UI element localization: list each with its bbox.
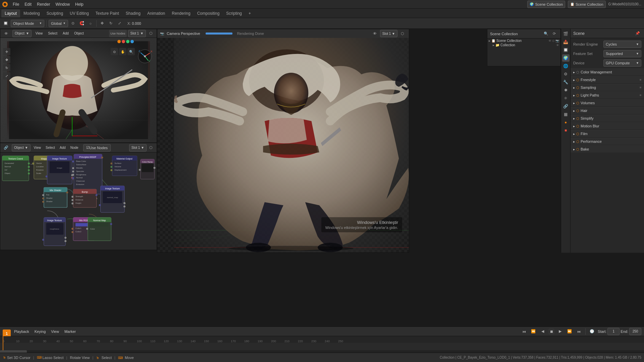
vp-object[interactable]: Object [73, 29, 85, 38]
vp-add[interactable]: Add [61, 29, 70, 38]
viewport-3d[interactable]: 👁 Object▼ View Select Add Object Use Nod… [0, 29, 157, 143]
object-mode-dropdown[interactable]: Object Mode ▼ [11, 20, 44, 27]
ne-use-nodes-btn[interactable]: ☑ Use Nodes [83, 144, 111, 152]
panel-pin-icon[interactable]: 📌 [634, 30, 641, 37]
render-engine-dropdown[interactable]: Cycles ▼ [603, 41, 641, 48]
node-editor[interactable]: 🔗 Object ▼ View Select Add Node ☑ Use No… [0, 143, 157, 250]
simplify-header[interactable]: ▸ ⬡ Simplify [571, 115, 644, 122]
move-tool[interactable]: ✥ [3, 56, 10, 63]
tab-uv-editing[interactable]: UV Editing [66, 9, 92, 17]
slot-dropdown[interactable]: Slot 1▼ [128, 30, 146, 37]
menu-help[interactable]: Help [72, 0, 86, 8]
render-slot-dropdown[interactable]: Slot 1 ▼ [380, 30, 397, 37]
next-frame-icon[interactable]: ⏩ [566, 328, 573, 335]
viewport-3d-content[interactable]: X Y Z ✛ ✥ ↻ ⤢ ⊙ ✋ 🔍 [0, 38, 157, 142]
stop-icon[interactable]: ⏹ [548, 328, 554, 335]
device-dropdown[interactable]: GPU Compute ▼ [603, 59, 641, 67]
grab-icon[interactable]: ✥ [99, 20, 106, 27]
film-header[interactable]: ▸ ⬡ Film [571, 130, 644, 137]
pan-icon[interactable]: ✋ [119, 48, 126, 55]
play-start-icon[interactable]: ⏮ [520, 328, 528, 335]
scene-props-icon[interactable]: 🌍 [562, 54, 570, 62]
transform-pivot-icon[interactable]: ⊙ [69, 20, 77, 27]
ne-add[interactable]: Add [58, 143, 67, 152]
scene-selector[interactable]: 🌍 Scene Collection [527, 1, 565, 8]
material-props-icon[interactable]: ● [562, 119, 570, 126]
vp-object-mode[interactable]: Object▼ [12, 30, 32, 37]
tab-scripting[interactable]: Scripting [223, 9, 245, 17]
tab-texture-paint[interactable]: Texture Paint [92, 9, 122, 17]
timeline-playback[interactable]: Playback [13, 327, 31, 336]
tab-modeling[interactable]: Modeling [20, 9, 43, 17]
render-props-icon[interactable]: 🎬 [562, 30, 570, 38]
cursor-tool[interactable]: ✛ [3, 48, 10, 55]
view-layer-selector[interactable]: 📋 Scene Collection [568, 1, 606, 8]
zoom-icon[interactable]: 🔍 [127, 48, 135, 55]
scene-collection-item[interactable]: ▸ 📋 Scene Collection 👁 ⊙ 📷 [487, 39, 560, 43]
performance-header[interactable]: ▸ ⬡ Performance [571, 138, 644, 145]
play-icon[interactable]: ▶ [556, 328, 564, 335]
feature-set-dropdown[interactable]: Supported ▼ [603, 50, 641, 57]
outliner-filter-icon[interactable]: 🔍 [542, 30, 550, 38]
menu-edit[interactable]: Edit [22, 0, 34, 8]
ne-node[interactable]: Node [69, 143, 80, 152]
render-overlay-icon[interactable]: ⬡ [399, 30, 406, 37]
light-paths-header[interactable]: ▸ ⬡ Light Paths ≡ [571, 92, 644, 99]
scale-icon[interactable]: ⤢ [116, 20, 123, 27]
modifier-props-icon[interactable]: 🔧 [562, 78, 570, 86]
rotate-icon[interactable]: ↻ [107, 20, 115, 27]
output-props-icon[interactable]: 📤 [562, 38, 570, 46]
menu-render[interactable]: Render [34, 0, 53, 8]
color-management-header[interactable]: ▸ ⬡ Color Management [571, 69, 644, 75]
particles-props-icon[interactable]: ✱ [562, 86, 570, 94]
ne-type-dropdown[interactable]: Object ▼ [12, 144, 31, 152]
vp-select[interactable]: Select [47, 29, 59, 38]
tab-shading[interactable]: Shading [122, 9, 144, 17]
timeline-body[interactable]: 0 10 20 30 40 50 60 70 80 90 100 110 120… [0, 336, 644, 353]
hair-header[interactable]: ▸ ⬡ Hair [571, 107, 644, 114]
tab-sculpting[interactable]: Sculpting [43, 9, 66, 17]
menu-window[interactable]: Window [53, 0, 72, 8]
outliner-sync-icon[interactable]: ⟳ [550, 30, 558, 38]
orbit-icon[interactable]: ⊙ [111, 48, 118, 55]
viewport-overlay-icon[interactable]: ⬡ [147, 30, 155, 37]
tab-compositing[interactable]: Compositing [194, 9, 223, 17]
menu-file[interactable]: File [10, 0, 22, 8]
world-props-icon[interactable]: 🌐 [562, 62, 570, 70]
freestyle-header[interactable]: ▸ ⬡ Freestyle ≡ [571, 76, 644, 83]
object-props-icon[interactable]: ⚙ [562, 70, 570, 78]
play-reverse-icon[interactable]: ◀ [539, 328, 546, 335]
motion-blur-header[interactable]: ▸ ⬡ Motion Blur [571, 123, 644, 129]
ne-select[interactable]: Select [44, 143, 56, 152]
sampling-header[interactable]: ▸ ⬡ Sampling ≡ [571, 84, 644, 91]
collection-item[interactable]: ▸ 📁 Collection 👁 [491, 43, 560, 47]
prev-frame-icon[interactable]: ⏪ [530, 328, 537, 335]
node-canvas[interactable]: Texture Coord Generated Normal UV Object… [0, 153, 157, 250]
ne-view[interactable]: View [33, 143, 43, 152]
texture-props-icon[interactable]: ■ [562, 127, 570, 134]
volumes-header[interactable]: ▸ ⬡ Volumes [571, 100, 644, 106]
timeline-marker[interactable]: Marker [63, 327, 77, 336]
tab-animation[interactable]: Animation [144, 9, 168, 17]
timeline-keying[interactable]: Keying [33, 327, 47, 336]
timeline-view[interactable]: View [50, 327, 60, 336]
frame-start-input[interactable]: 1 [607, 328, 620, 335]
ne-overlay-icon[interactable]: ⬡ [147, 144, 155, 152]
render-view-icon[interactable]: 👁 [371, 30, 379, 37]
tab-add-workspace[interactable]: + [245, 9, 254, 17]
data-props-icon[interactable]: ▦ [562, 111, 570, 118]
transform-global-dropdown[interactable]: Global ▼ [49, 20, 68, 27]
proportional-edit-icon[interactable]: ○ [87, 20, 94, 27]
play-end-icon[interactable]: ⏭ [575, 328, 583, 335]
bake-header[interactable]: ▸ ⬡ Bake [571, 146, 644, 153]
frame-end-input[interactable]: 250 [629, 328, 641, 335]
vp-view[interactable]: View [34, 29, 44, 38]
viewport-type-icon[interactable]: 👁 [2, 30, 10, 37]
scale-tool[interactable]: ⤢ [3, 72, 10, 79]
physics-props-icon[interactable]: ⚛ [562, 95, 570, 102]
snap-icon[interactable]: 🧲 [78, 20, 86, 27]
ne-type-icon[interactable]: 🔗 [2, 144, 10, 152]
render-viewport[interactable]: 📷 Camera Perspective Rendering Done 👁 Sl… [157, 29, 409, 253]
constraints-props-icon[interactable]: 🔗 [562, 103, 570, 110]
blender-logo[interactable] [1, 1, 9, 8]
